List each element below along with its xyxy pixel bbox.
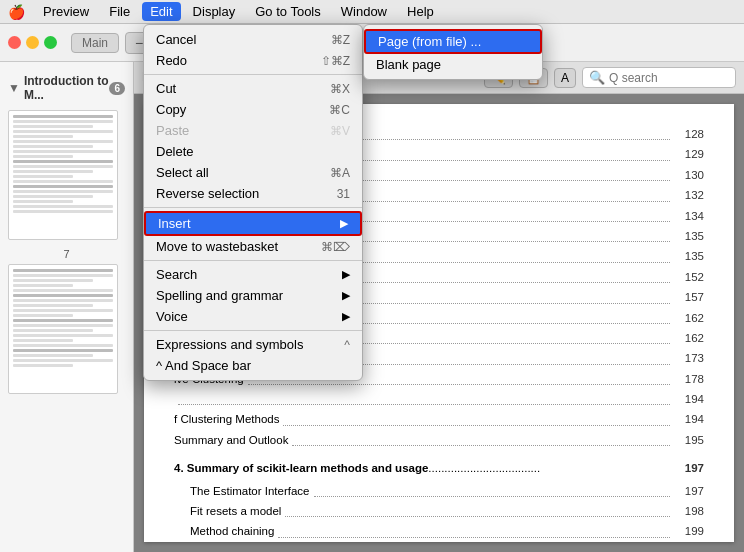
submenu-item-blank-page[interactable]: Blank page [364,54,542,75]
thumb-lines-2 [9,265,117,373]
menu-item-cut[interactable]: Cut ⌘X [144,78,362,99]
toc-row: Method chaining199 [174,521,704,541]
thumb-line [13,205,113,208]
thumb-line [13,170,93,173]
toc-row: Fit resets a model198 [174,501,704,521]
thumb-line [13,309,113,312]
menu-item-cancel[interactable]: Cancel ⌘Z [144,29,362,50]
menu-item-label: Insert [158,216,191,231]
thumb-line [13,180,113,183]
menu-item-label: Voice [156,309,188,324]
thumb-line [13,175,73,178]
thumb-line [13,160,113,163]
thumb-line [13,339,73,342]
submenu-item-page-from-file[interactable]: Page (from file) ... [364,29,542,54]
menu-item-shortcut: ⌘⌦ [321,240,350,254]
toc-row: The Estimator Interface197 [174,481,704,501]
menu-display[interactable]: Display [185,2,244,21]
menu-item-search[interactable]: Search ▶ [144,264,362,285]
thumbnail-wrapper-2 [8,264,125,394]
close-button[interactable] [8,36,21,49]
submenu-item-label: Page (from file) ... [378,34,481,49]
maximize-button[interactable] [44,36,57,49]
thumb-line [13,304,93,307]
menu-item-label: Cut [156,81,176,96]
menu-item-insert[interactable]: Insert ▶ [144,211,362,236]
menu-file[interactable]: File [101,2,138,21]
menu-separator [144,74,362,75]
thumb-line [13,210,113,213]
thumb-line [13,289,113,292]
toc-section-4: 4. Summary of scikit-learn methods and u… [174,458,704,542]
minimize-button[interactable] [26,36,39,49]
thumbnail-wrapper-1: 7 [8,110,125,240]
thumb-line [13,165,113,168]
menu-item-shortcut: ⇧⌘Z [321,54,350,68]
menu-item-shortcut: ⌘C [329,103,350,117]
thumbnail-1[interactable] [8,110,118,240]
thumb-line [13,359,113,362]
menu-item-shortcut: ^ [344,338,350,352]
thumb-line [13,130,113,133]
sidebar-badge: 6 [109,82,125,95]
thumb-line [13,125,93,128]
toc-row: 194 [174,389,704,409]
main-button[interactable]: Main [71,33,119,53]
menu-item-voice[interactable]: Voice ▶ [144,306,362,327]
menu-item-redo[interactable]: Redo ⇧⌘Z [144,50,362,71]
sidebar-title-text: Introduction to M... [24,74,110,102]
thumb-line [13,115,113,118]
menu-item-label: Search [156,267,197,282]
menu-item-paste: Paste ⌘V [144,120,362,141]
menu-window[interactable]: Window [333,2,395,21]
thumb-line [13,145,93,148]
menu-item-shortcut: ⌘V [330,124,350,138]
menu-item-reverse-selection[interactable]: Reverse selection 31 [144,183,362,204]
menu-help[interactable]: Help [399,2,442,21]
menu-item-expressions[interactable]: Expressions and symbols ^ [144,334,362,355]
thumb-line [13,185,113,188]
menu-item-label: ^ And Space bar [156,358,251,373]
menu-separator [144,330,362,331]
content-area: ▼ Introduction to M... 6 [0,62,744,552]
menu-item-move-to-wastebasket[interactable]: Move to wastebasket ⌘⌦ [144,236,362,257]
thumb-line [13,329,93,332]
menu-item-shortcut: ⌘X [330,82,350,96]
thumb-lines-1 [9,111,117,219]
thumb-line [13,354,93,357]
apple-logo[interactable]: 🍎 [8,4,25,20]
chevron-right-icon: ▶ [342,268,350,281]
thumb-line [13,190,113,193]
menu-item-spelling[interactable]: Spelling and grammar ▶ [144,285,362,306]
thumb-line [13,195,93,198]
menu-item-select-all[interactable]: Select all ⌘A [144,162,362,183]
menu-item-shortcut: ⌘Z [331,33,350,47]
thumb-line [13,269,113,272]
menu-edit[interactable]: Edit [142,2,180,21]
thumb-line [13,279,93,282]
thumbnail-2[interactable] [8,264,118,394]
thumb-line [13,150,113,153]
submenu-item-label: Blank page [376,57,441,72]
thumb-line [13,294,113,297]
thumb-line [13,344,113,347]
menu-separator [144,260,362,261]
pdf-text-button[interactable]: A [554,68,576,88]
search-input[interactable] [609,71,729,85]
sidebar: ▼ Introduction to M... 6 [0,62,134,552]
menu-preview[interactable]: Preview [35,2,97,21]
menu-item-label: Paste [156,123,189,138]
thumb-line [13,324,113,327]
menu-goto-tools[interactable]: Go to Tools [247,2,329,21]
menu-item-space-bar[interactable]: ^ And Space bar [144,355,362,376]
menu-item-copy[interactable]: Copy ⌘C [144,99,362,120]
thumb-line [13,299,113,302]
menu-separator [144,207,362,208]
menu-item-delete[interactable]: Delete [144,141,362,162]
thumb-line [13,314,73,317]
thumb-line [13,155,73,158]
menu-item-label: Spelling and grammar [156,288,283,303]
thumb-line [13,140,113,143]
thumb-line [13,364,73,367]
menu-item-label: Cancel [156,32,196,47]
